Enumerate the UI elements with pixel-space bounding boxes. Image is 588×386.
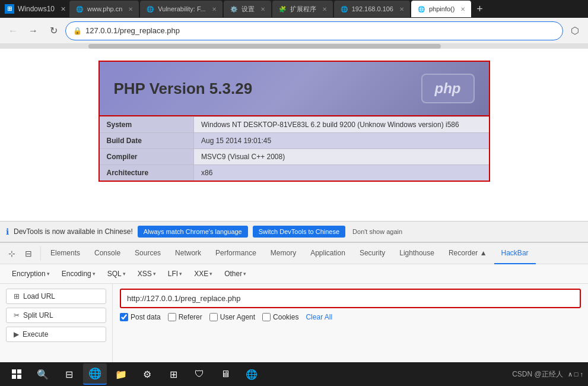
explorer-button[interactable]: 📁 [109,363,133,385]
php-info-page: PHP Version 5.3.29 php System Windows NT… [0,49,588,194]
referer-label: Referer [179,313,202,321]
user-agent-checkbox-label[interactable]: User Agent [209,313,255,321]
new-tab-button[interactable]: + [472,2,487,16]
tab-security[interactable]: Security [352,243,392,264]
browser-tab-1[interactable]: 🌐 www.php.cn ✕ [69,1,139,17]
post-data-checkbox[interactable] [120,313,128,321]
hackbar-encoding-menu[interactable]: Encoding ▾ [57,268,100,280]
post-data-checkbox-label[interactable]: Post data [120,313,161,321]
desktop-button[interactable]: 🖥 [214,363,237,385]
svg-rect-1 [17,369,21,374]
devtools-device-icon[interactable]: ⊟ [21,246,36,261]
terminal-button[interactable]: ⊞ [161,363,185,385]
tab-6-favicon: 🌐 [417,5,425,13]
tab-memory[interactable]: Memory [263,243,303,264]
hackbar-lfi-arrow: ▾ [179,271,182,277]
tab-6-close[interactable]: ✕ [460,6,465,12]
tab-sources[interactable]: Sources [128,243,168,264]
tab-2-favicon: 🌐 [146,5,154,13]
devtools-tab-bar: ⊹ ⊟ Elements Console Sources Network Per… [0,243,588,264]
tab-2-label: Vulnerability: F... [158,5,205,12]
split-url-button[interactable]: ✂ Split URL [6,308,106,323]
browser-tab-2[interactable]: 🌐 Vulnerability: F... ✕ [140,1,222,17]
tab-2-close[interactable]: ✕ [212,6,217,12]
svg-rect-2 [12,375,16,379]
chrome-icon: 🌐 [88,367,101,380]
task-view-button[interactable]: ⊟ [57,363,81,385]
share-button[interactable]: ⬡ [567,23,583,39]
tab-1-label: www.php.cn [87,5,122,12]
browser-tab-5[interactable]: 🌐 192.168.0.106 ✕ [334,1,410,17]
always-match-language-button[interactable]: Always match Chrome's language [138,226,248,238]
browser-tab-4[interactable]: 🧩 扩展程序 ✕ [272,1,333,17]
address-input[interactable] [85,26,555,35]
tab-5-label: 192.168.0.106 [352,5,393,12]
hackbar-sql-label: SQL [107,270,122,278]
tab-1-close[interactable]: ✕ [128,6,133,12]
referer-checkbox[interactable] [168,313,176,321]
tab-5-favicon: 🌐 [340,5,348,13]
table-row: System Windows NT DESKTOP-81VE83L 6.2 bu… [99,117,490,133]
table-value: Windows NT DESKTOP-81VE83L 6.2 build 920… [194,117,490,133]
csdn-brand-text: CSDN @正经人 [512,369,563,379]
clear-all-button[interactable]: Clear All [306,313,332,321]
tab-3-close[interactable]: ✕ [260,6,265,12]
hackbar-toolbar: Encryption ▾ Encoding ▾ SQL ▾ XSS ▾ LFI … [0,264,588,284]
hackbar-xxe-menu[interactable]: XXE ▾ [189,268,217,280]
start-button[interactable] [5,363,28,385]
hackbar-other-menu[interactable]: Other ▾ [220,268,251,280]
hackbar-encoding-label: Encoding [62,270,91,278]
browser-tab-3[interactable]: ⚙️ 设置 ✕ [224,1,271,17]
table-label: Compiler [99,149,194,165]
hackbar-encryption-menu[interactable]: Encryption ▾ [7,268,55,280]
search-button[interactable]: 🔍 [31,363,55,385]
php-info-table: System Windows NT DESKTOP-81VE83L 6.2 bu… [98,116,490,182]
win-title-x[interactable]: ✕ [61,5,66,13]
tab-performance[interactable]: Performance [208,243,263,264]
chrome-taskbar-app[interactable]: 🌐 [83,363,107,385]
tab-elements[interactable]: Elements [43,243,87,264]
windows-icon: ⊞ [5,4,14,14]
address-bar[interactable]: 🔒 [65,21,563,40]
hackbar-lfi-menu[interactable]: LFI ▾ [163,268,187,280]
user-agent-checkbox[interactable] [209,313,218,321]
tab-console[interactable]: Console [87,243,128,264]
browser-tab-6[interactable]: 🌐 phpinfo() ✕ [411,1,471,17]
tab-3-label: 设置 [241,5,255,14]
load-url-button[interactable]: ⊞ Load URL [6,289,106,304]
switch-to-chinese-button[interactable]: Switch DevTools to Chinese [253,226,345,238]
table-label: Architecture [99,165,194,182]
post-data-label: Post data [131,313,161,321]
tab-lighthouse[interactable]: Lighthouse [392,243,441,264]
forward-button[interactable]: → [25,23,42,39]
network-button[interactable]: 🌐 [240,363,263,385]
shield-button[interactable]: 🛡 [187,363,211,385]
devtools-cursor-icon[interactable]: ⊹ [5,246,19,261]
cookies-checkbox-label[interactable]: Cookies [262,313,298,321]
tab-application[interactable]: Application [303,243,352,264]
tab-4-close[interactable]: ✕ [322,6,327,12]
dont-show-again-link[interactable]: Don't show again [352,228,402,235]
hackbar-xss-menu[interactable]: XSS ▾ [133,268,161,280]
tab-recorder[interactable]: Recorder ▲ [441,243,494,264]
tab-hackbar[interactable]: HackBar [494,243,536,264]
load-url-icon: ⊞ [14,292,20,300]
reload-button[interactable]: ↻ [45,23,62,39]
hackbar-url-input[interactable] [122,291,579,306]
hackbar-xxe-label: XXE [194,270,208,278]
win-title-text: Windows10 [18,5,55,13]
hackbar-sql-menu[interactable]: SQL ▾ [103,268,131,280]
back-button[interactable]: ← [5,23,21,39]
cookies-checkbox[interactable] [262,313,271,321]
tab-network[interactable]: Network [168,243,208,264]
scroll-thumb [88,44,441,49]
referer-checkbox-label[interactable]: Referer [168,313,202,321]
tab-5-close[interactable]: ✕ [399,6,404,12]
load-url-label: Load URL [23,292,55,300]
php-logo-text: php [435,80,461,97]
execute-button[interactable]: ▶ Execute [6,327,106,342]
settings-button[interactable]: ⚙ [135,363,159,385]
php-logo: php [421,74,475,103]
lock-icon: 🔒 [73,27,82,35]
hackbar-encoding-arrow: ▾ [93,271,96,277]
